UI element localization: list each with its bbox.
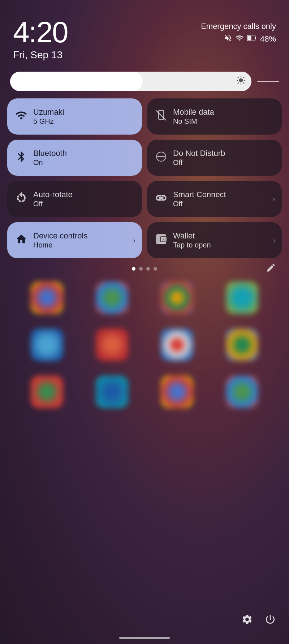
wallet-subtitle: Tap to open (173, 241, 211, 249)
content-container: 4:20 Fri, Sep 13 Emergency calls only ↑↓ (0, 0, 289, 644)
smartconnect-subtitle: Off (173, 199, 226, 208)
svg-point-4 (239, 78, 243, 82)
dot-3 (146, 267, 150, 271)
app-icon-duo (96, 376, 128, 408)
brightness-filled (10, 72, 143, 91)
device-controls-title: Device controls (33, 231, 87, 241)
tile-smartconnect[interactable]: Smart Connect Off › (147, 181, 282, 217)
tile-device-controls[interactable]: Device controls Home › (7, 222, 142, 258)
mobile-data-subtitle: No SIM (173, 117, 214, 126)
app-icon-play (226, 281, 258, 314)
dot-1 (132, 267, 135, 271)
wallet-tile-text: Wallet Tap to open (173, 231, 211, 249)
settings-button[interactable] (241, 614, 253, 628)
home-icon (15, 233, 27, 248)
status-icons: ↑↓ 48% (224, 34, 276, 44)
autorotate-icon (15, 192, 27, 207)
app-icon-cal (161, 329, 193, 361)
mobile-data-tile-text: Mobile data No SIM (173, 107, 214, 126)
tile-wallet[interactable]: Wallet Tap to open › (147, 222, 282, 258)
device-controls-tile-text: Device controls Home (33, 231, 87, 249)
wallet-chevron: › (273, 236, 275, 245)
app-row-1 (0, 274, 289, 321)
svg-line-6 (156, 111, 166, 120)
svg-rect-2 (255, 37, 256, 39)
dot-2 (139, 267, 143, 271)
app-icon-home (31, 329, 63, 361)
device-controls-subtitle: Home (33, 241, 87, 249)
autorotate-subtitle: Off (33, 199, 73, 208)
tile-autorotate[interactable]: Auto-rotate Off (7, 181, 142, 217)
bluetooth-icon (15, 151, 27, 165)
tile-mobile-data[interactable]: Mobile data No SIM (147, 98, 282, 135)
edit-button[interactable] (266, 263, 276, 275)
brightness-line (257, 81, 279, 82)
wallet-title: Wallet (173, 231, 211, 241)
wifi-title: Uzumaki (33, 107, 64, 117)
app-icon-chrome (31, 281, 63, 314)
dnd-title: Do Not Disturb (173, 149, 225, 158)
emergency-text: Emergency calls only (201, 22, 276, 31)
app-row-2 (0, 321, 289, 368)
mute-icon (224, 34, 232, 44)
bluetooth-tile-text: Bluetooth On (33, 149, 67, 167)
dnd-subtitle: Off (173, 158, 225, 167)
wifi-tile-text: Uzumaki 5 GHz (33, 107, 64, 126)
svg-text:↑↓: ↑↓ (241, 35, 243, 39)
app-icon-drive (226, 329, 258, 361)
status-right: Emergency calls only ↑↓ (201, 17, 276, 44)
homescreen-area (0, 274, 289, 644)
wifi-subtitle: 5 GHz (33, 117, 64, 126)
time-block: 4:20 Fri, Sep 13 (13, 17, 68, 61)
status-bar: 4:20 Fri, Sep 13 Emergency calls only ↑↓ (0, 0, 289, 65)
smartconnect-title: Smart Connect (173, 190, 226, 199)
clock: 4:20 (13, 17, 68, 47)
autorotate-tile-text: Auto-rotate Off (33, 190, 73, 208)
app-icon-photos (161, 281, 193, 314)
smartconnect-chevron: › (273, 195, 275, 203)
date: Fri, Sep 13 (13, 49, 68, 61)
power-button[interactable] (264, 614, 276, 628)
dnd-icon (155, 151, 167, 165)
wallet-icon (155, 233, 167, 248)
wifi-icon (15, 109, 27, 124)
app-icon-maps (96, 281, 128, 314)
tile-dnd[interactable]: Do Not Disturb Off (147, 140, 282, 176)
battery-icon (247, 34, 256, 44)
mobile-data-title: Mobile data (173, 107, 214, 117)
pagination-dots (132, 267, 157, 271)
app-icon-chrome-2 (161, 376, 193, 408)
svg-rect-3 (248, 36, 251, 41)
dnd-tile-text: Do Not Disturb Off (173, 149, 225, 167)
autorotate-title: Auto-rotate (33, 190, 73, 199)
brightness-row (10, 72, 279, 91)
app-icon-meet (31, 376, 63, 408)
app-row-3 (0, 368, 289, 415)
tile-wifi[interactable]: Uzumaki 5 GHz (7, 98, 142, 135)
bluetooth-title: Bluetooth (33, 149, 67, 158)
dot-4 (154, 267, 157, 271)
app-icon-music (96, 329, 128, 361)
brightness-slider[interactable] (10, 72, 251, 91)
smartconnect-icon (155, 192, 167, 207)
brightness-icon (236, 76, 246, 88)
bluetooth-subtitle: On (33, 158, 67, 167)
battery-percent: 48% (260, 34, 276, 44)
tiles-grid: Uzumaki 5 GHz Mobile data No SIM (7, 98, 282, 258)
home-indicator (119, 637, 170, 639)
wifi-status-icon: ↑↓ (236, 34, 243, 44)
mobile-data-icon (155, 109, 167, 124)
device-controls-chevron: › (133, 236, 135, 245)
app-icon-maps-2 (226, 376, 258, 408)
tile-bluetooth[interactable]: Bluetooth On (7, 140, 142, 176)
smartconnect-tile-text: Smart Connect Off (173, 190, 226, 208)
pagination-row (0, 267, 289, 271)
